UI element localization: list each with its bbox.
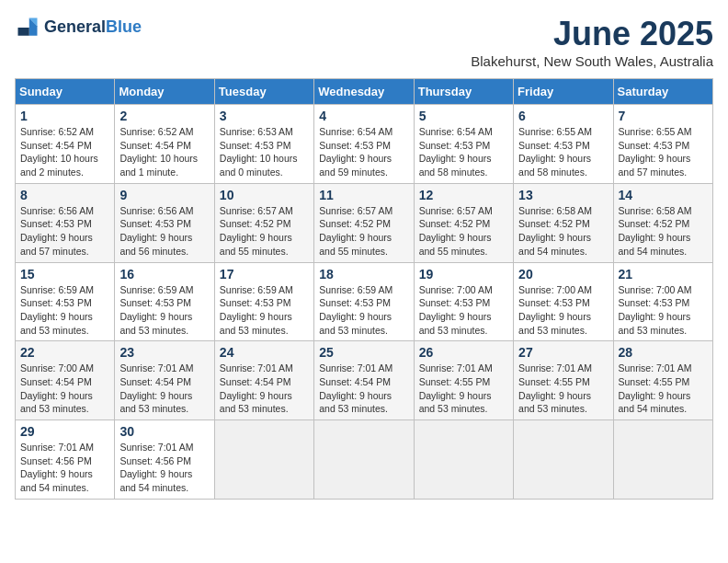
calendar-week-row: 29 Sunrise: 7:01 AM Sunset: 4:56 PM Dayl…: [16, 420, 713, 500]
col-saturday: Saturday: [613, 79, 712, 105]
day-info: Sunrise: 7:01 AM Sunset: 4:54 PM Dayligh…: [319, 362, 408, 416]
table-row: 18 Sunrise: 6:59 AM Sunset: 4:53 PM Dayl…: [314, 262, 414, 341]
table-row: 9 Sunrise: 6:56 AM Sunset: 4:53 PM Dayli…: [115, 183, 214, 262]
day-number: 16: [119, 267, 209, 282]
table-row: 4 Sunrise: 6:54 AM Sunset: 4:53 PM Dayli…: [314, 105, 414, 184]
table-row: 17 Sunrise: 6:59 AM Sunset: 4:53 PM Dayl…: [214, 262, 313, 341]
day-info: Sunrise: 7:01 AM Sunset: 4:55 PM Dayligh…: [518, 362, 608, 416]
day-number: 11: [319, 188, 408, 202]
day-number: 7: [619, 109, 708, 123]
table-row: 5 Sunrise: 6:54 AM Sunset: 4:53 PM Dayli…: [414, 105, 513, 184]
table-row: 29 Sunrise: 7:01 AM Sunset: 4:56 PM Dayl…: [16, 420, 115, 500]
day-number: 15: [20, 267, 109, 282]
day-number: 29: [20, 424, 109, 439]
day-number: 8: [20, 188, 109, 202]
day-number: 1: [20, 109, 109, 123]
table-row: 21 Sunrise: 7:00 AM Sunset: 4:53 PM Dayl…: [613, 262, 712, 341]
day-info: Sunrise: 7:01 AM Sunset: 4:54 PM Dayligh…: [220, 362, 309, 416]
day-number: 14: [619, 188, 708, 202]
day-number: 6: [518, 109, 608, 123]
table-row: 20 Sunrise: 7:00 AM Sunset: 4:53 PM Dayl…: [514, 262, 613, 341]
day-info: Sunrise: 6:57 AM Sunset: 4:52 PM Dayligh…: [419, 204, 508, 259]
day-info: Sunrise: 7:01 AM Sunset: 4:55 PM Dayligh…: [619, 362, 708, 416]
table-row: 16 Sunrise: 6:59 AM Sunset: 4:53 PM Dayl…: [115, 262, 214, 341]
day-number: 19: [419, 267, 508, 282]
day-info: Sunrise: 6:56 AM Sunset: 4:53 PM Dayligh…: [20, 204, 109, 259]
table-row: 10 Sunrise: 6:57 AM Sunset: 4:52 PM Dayl…: [214, 183, 313, 262]
day-info: Sunrise: 6:55 AM Sunset: 4:53 PM Dayligh…: [518, 125, 608, 179]
day-info: Sunrise: 6:53 AM Sunset: 4:53 PM Dayligh…: [220, 125, 309, 179]
table-row: 19 Sunrise: 7:00 AM Sunset: 4:53 PM Dayl…: [414, 262, 513, 341]
day-info: Sunrise: 7:00 AM Sunset: 4:54 PM Dayligh…: [20, 362, 109, 416]
table-row: 2 Sunrise: 6:52 AM Sunset: 4:54 PM Dayli…: [115, 105, 214, 184]
logo: GeneralBlue: [15, 15, 142, 40]
day-number: 4: [319, 109, 408, 123]
day-number: 28: [619, 345, 708, 360]
day-info: Sunrise: 6:59 AM Sunset: 4:53 PM Dayligh…: [119, 283, 209, 338]
table-row: [414, 420, 513, 500]
col-friday: Friday: [514, 79, 613, 105]
table-row: 7 Sunrise: 6:55 AM Sunset: 4:53 PM Dayli…: [613, 105, 712, 184]
location: Blakehurst, New South Wales, Australia: [471, 53, 713, 69]
table-row: 25 Sunrise: 7:01 AM Sunset: 4:54 PM Dayl…: [314, 341, 414, 420]
calendar-table: Sunday Monday Tuesday Wednesday Thursday…: [15, 78, 713, 500]
col-tuesday: Tuesday: [214, 79, 313, 105]
day-info: Sunrise: 6:58 AM Sunset: 4:52 PM Dayligh…: [619, 204, 708, 259]
month-title: June 2025: [471, 15, 713, 53]
col-sunday: Sunday: [16, 79, 115, 105]
day-info: Sunrise: 7:01 AM Sunset: 4:56 PM Dayligh…: [20, 441, 109, 495]
table-row: 1 Sunrise: 6:52 AM Sunset: 4:54 PM Dayli…: [16, 105, 115, 184]
day-number: 13: [518, 188, 608, 202]
calendar-week-row: 8 Sunrise: 6:56 AM Sunset: 4:53 PM Dayli…: [16, 183, 713, 262]
calendar-header-row: Sunday Monday Tuesday Wednesday Thursday…: [16, 79, 713, 105]
day-info: Sunrise: 7:01 AM Sunset: 4:54 PM Dayligh…: [119, 362, 209, 416]
calendar-week-row: 22 Sunrise: 7:00 AM Sunset: 4:54 PM Dayl…: [16, 341, 713, 420]
day-number: 26: [419, 345, 508, 360]
table-row: 24 Sunrise: 7:01 AM Sunset: 4:54 PM Dayl…: [214, 341, 313, 420]
logo-blue: Blue: [106, 17, 142, 36]
col-thursday: Thursday: [414, 79, 513, 105]
table-row: 6 Sunrise: 6:55 AM Sunset: 4:53 PM Dayli…: [514, 105, 613, 184]
day-info: Sunrise: 7:01 AM Sunset: 4:55 PM Dayligh…: [419, 362, 508, 416]
day-number: 5: [419, 109, 508, 123]
calendar-week-row: 15 Sunrise: 6:59 AM Sunset: 4:53 PM Dayl…: [16, 262, 713, 341]
col-monday: Monday: [115, 79, 214, 105]
table-row: [514, 420, 613, 500]
table-row: [314, 420, 414, 500]
day-info: Sunrise: 6:59 AM Sunset: 4:53 PM Dayligh…: [20, 283, 109, 338]
page-header: GeneralBlue June 2025 Blakehurst, New So…: [15, 15, 713, 69]
table-row: [214, 420, 313, 500]
calendar-week-row: 1 Sunrise: 6:52 AM Sunset: 4:54 PM Dayli…: [16, 105, 713, 184]
table-row: 15 Sunrise: 6:59 AM Sunset: 4:53 PM Dayl…: [16, 262, 115, 341]
table-row: 13 Sunrise: 6:58 AM Sunset: 4:52 PM Dayl…: [514, 183, 613, 262]
table-row: 27 Sunrise: 7:01 AM Sunset: 4:55 PM Dayl…: [514, 341, 613, 420]
day-number: 10: [220, 188, 309, 202]
day-info: Sunrise: 6:59 AM Sunset: 4:53 PM Dayligh…: [220, 283, 309, 338]
logo-text-line1: GeneralBlue: [44, 18, 142, 37]
title-block: June 2025 Blakehurst, New South Wales, A…: [471, 15, 713, 69]
day-info: Sunrise: 6:52 AM Sunset: 4:54 PM Dayligh…: [119, 125, 209, 179]
day-info: Sunrise: 6:57 AM Sunset: 4:52 PM Dayligh…: [220, 204, 309, 259]
day-number: 12: [419, 188, 508, 202]
day-number: 30: [119, 424, 209, 439]
table-row: 28 Sunrise: 7:01 AM Sunset: 4:55 PM Dayl…: [613, 341, 712, 420]
day-number: 23: [119, 345, 209, 360]
day-info: Sunrise: 7:00 AM Sunset: 4:53 PM Dayligh…: [419, 283, 508, 338]
day-number: 22: [20, 345, 109, 360]
day-info: Sunrise: 7:00 AM Sunset: 4:53 PM Dayligh…: [619, 283, 708, 338]
day-number: 9: [119, 188, 209, 202]
day-info: Sunrise: 6:57 AM Sunset: 4:52 PM Dayligh…: [319, 204, 408, 259]
table-row: 11 Sunrise: 6:57 AM Sunset: 4:52 PM Dayl…: [314, 183, 414, 262]
table-row: 23 Sunrise: 7:01 AM Sunset: 4:54 PM Dayl…: [115, 341, 214, 420]
day-info: Sunrise: 6:59 AM Sunset: 4:53 PM Dayligh…: [319, 283, 408, 338]
table-row: 12 Sunrise: 6:57 AM Sunset: 4:52 PM Dayl…: [414, 183, 513, 262]
table-row: 8 Sunrise: 6:56 AM Sunset: 4:53 PM Dayli…: [16, 183, 115, 262]
day-number: 17: [220, 267, 309, 282]
day-number: 2: [119, 109, 209, 123]
table-row: 30 Sunrise: 7:01 AM Sunset: 4:56 PM Dayl…: [115, 420, 214, 500]
day-info: Sunrise: 7:01 AM Sunset: 4:56 PM Dayligh…: [119, 441, 209, 495]
table-row: 26 Sunrise: 7:01 AM Sunset: 4:55 PM Dayl…: [414, 341, 513, 420]
day-info: Sunrise: 6:56 AM Sunset: 4:53 PM Dayligh…: [119, 204, 209, 259]
day-info: Sunrise: 6:54 AM Sunset: 4:53 PM Dayligh…: [419, 125, 508, 179]
day-number: 3: [220, 109, 309, 123]
